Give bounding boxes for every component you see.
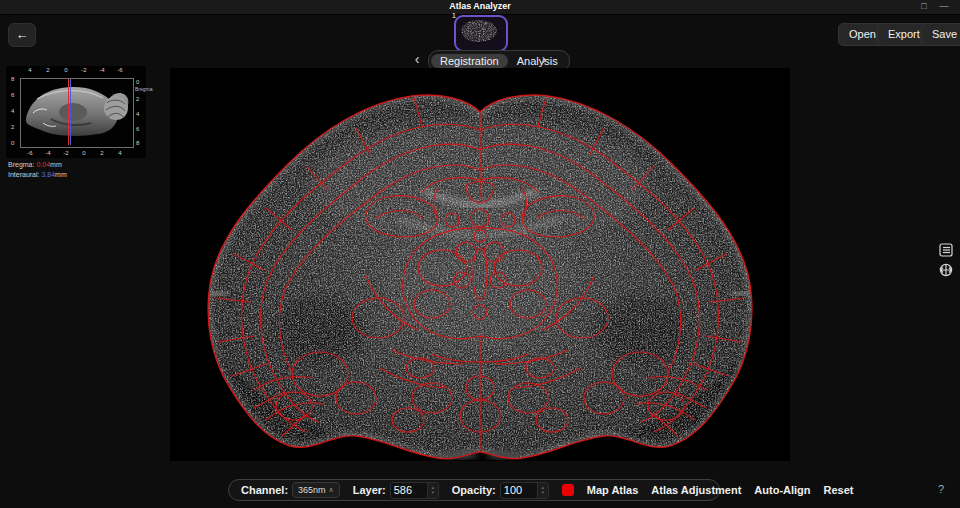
layer-label: Layer: <box>353 484 386 496</box>
tick-label: 2 <box>100 150 103 157</box>
layer-input[interactable] <box>391 484 427 496</box>
layer-spinner[interactable]: ▴ ▾ <box>427 483 438 498</box>
interaural-unit: mm <box>55 171 67 178</box>
chevron-up-icon: ∧ <box>329 486 334 494</box>
tick-label: 4 <box>118 150 121 157</box>
bregma-unit: mm <box>50 161 62 168</box>
tick-label: 0 <box>11 140 14 147</box>
tick-label: 2 <box>136 96 139 103</box>
opacity-input[interactable] <box>501 484 537 496</box>
tick-label: -2 <box>81 67 86 74</box>
channel-dropdown[interactable]: 365nm ∧ <box>292 482 340 498</box>
spinner-down-icon: ▾ <box>538 490 548 495</box>
thumbnail-index: 1 <box>452 12 456 19</box>
tick-label: -6 <box>117 67 122 74</box>
reset-button[interactable]: Reset <box>824 484 854 496</box>
sagittal-brain-image <box>21 79 131 145</box>
position-preview[interactable] <box>20 78 134 148</box>
interaural-position-line <box>70 79 71 145</box>
auto-align-button[interactable]: Auto-Align <box>754 484 810 496</box>
toolbar: Channel: 365nm ∧ Layer: ▴ ▾ Opacity: ▴ ▾… <box>228 479 720 501</box>
tick-label: 6 <box>11 92 14 99</box>
overlay-color-swatch[interactable] <box>562 484 574 496</box>
minimize-icon[interactable]: — <box>936 0 952 13</box>
spinner-down-icon: ▾ <box>428 490 438 495</box>
bregma-readout: Bregma: 0.04mm <box>8 161 62 168</box>
interaural-label: Interaural: <box>8 171 40 178</box>
tick-label: 4 <box>28 67 31 74</box>
right-axis-label: Bregma <box>135 86 153 92</box>
tick-label: 4 <box>136 111 139 118</box>
brain-section-image <box>170 68 790 461</box>
tick-label: 8 <box>136 140 139 147</box>
tick-label: 2 <box>11 124 14 131</box>
tick-label: -6 <box>27 150 32 157</box>
bregma-value: 0.04 <box>36 161 50 168</box>
tick-label: 6 <box>136 126 139 133</box>
next-slice-button[interactable]: › <box>537 51 551 68</box>
horizontal-transform-icon[interactable] <box>939 263 955 279</box>
bregma-position-line[interactable] <box>68 79 69 145</box>
back-button[interactable]: ← <box>8 23 36 47</box>
chevron-right-icon: › <box>542 51 547 67</box>
tick-label: -2 <box>63 150 68 157</box>
slice-thumbnail[interactable] <box>454 15 508 52</box>
channel-value: 365nm <box>298 485 326 495</box>
tick-label: 2 <box>46 67 49 74</box>
thumbnail-brain-image <box>456 17 502 46</box>
opacity-spinner[interactable]: ▴ ▾ <box>537 483 548 498</box>
window-title: Atlas Analyzer <box>0 1 960 11</box>
channel-label: Channel: <box>241 484 288 496</box>
chevron-left-icon: ‹ <box>415 51 420 67</box>
tab-registration[interactable]: Registration <box>431 54 508 68</box>
window-titlebar: Atlas Analyzer □ — <box>0 0 960 15</box>
prev-slice-button[interactable]: ‹ <box>410 51 424 68</box>
interaural-readout: Interaural: 3.84mm <box>8 171 67 178</box>
opacity-label: Opacity: <box>452 484 496 496</box>
bregma-label: Bregma: <box>8 161 34 168</box>
tick-label: -4 <box>45 150 50 157</box>
back-arrow-icon: ← <box>16 27 29 42</box>
interaural-value: 3.84 <box>41 171 55 178</box>
tick-label: 0 <box>82 150 85 157</box>
maximize-icon[interactable]: □ <box>916 0 932 13</box>
tick-label: 0 <box>136 79 139 86</box>
help-icon[interactable]: ? <box>938 483 944 495</box>
position-panel: 4 2 0 -2 -4 -6 -6 -4 -2 0 2 4 8 6 4 2 0 … <box>6 66 146 158</box>
atlas-adjustment-button[interactable]: Atlas Adjustment <box>651 484 741 496</box>
regions-list-icon[interactable] <box>939 243 955 259</box>
tick-label: 8 <box>11 76 14 83</box>
tick-label: -4 <box>99 67 104 74</box>
tick-label: 4 <box>11 108 14 115</box>
map-atlas-button[interactable]: Map Atlas <box>587 484 639 496</box>
tick-label: 0 <box>64 67 67 74</box>
save-button[interactable]: Save <box>921 23 960 46</box>
main-canvas[interactable] <box>170 68 790 461</box>
